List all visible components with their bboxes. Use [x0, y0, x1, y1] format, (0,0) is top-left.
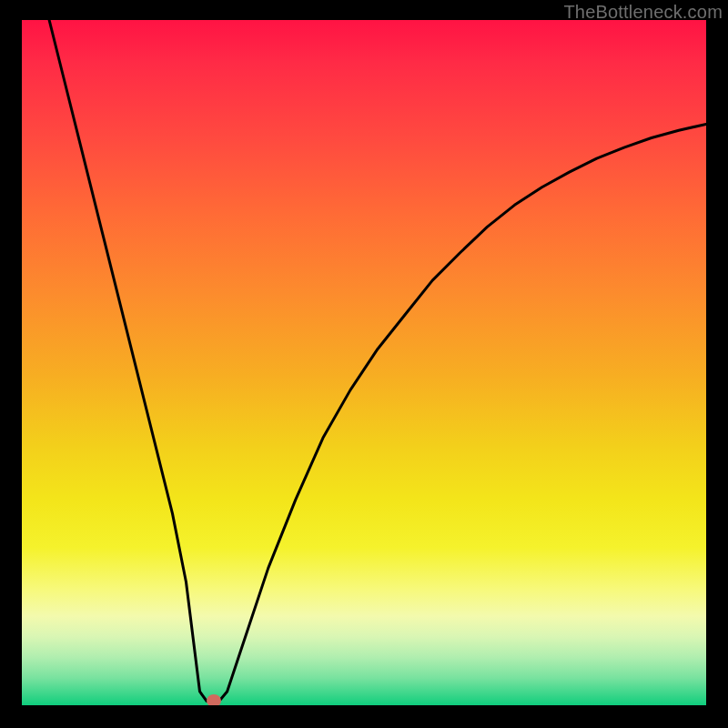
chart-frame: TheBottleneck.com — [0, 0, 728, 728]
bottleneck-curve — [22, 20, 706, 705]
plot-area — [22, 20, 706, 705]
attribution-text: TheBottleneck.com — [563, 2, 723, 23]
minimum-marker — [207, 694, 221, 705]
